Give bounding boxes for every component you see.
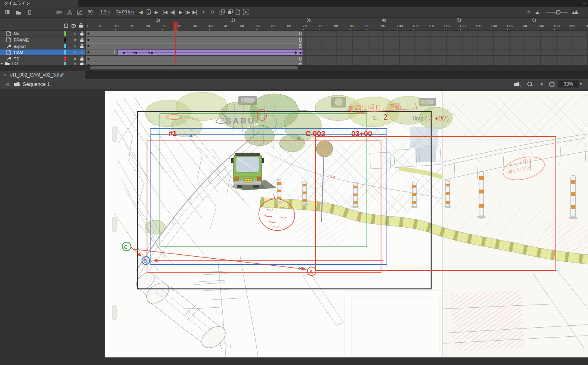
keyframe-dot[interactable]	[87, 39, 89, 41]
marker-range-icon[interactable]	[241, 8, 250, 16]
layer-color-swatch[interactable]	[64, 44, 66, 48]
keyframe-dot[interactable]	[123, 52, 125, 54]
back-arrow-icon[interactable]: ◀	[3, 80, 11, 88]
timeline-ruler[interactable]: 1s2s3s4s5s6s1510152025303540455055606570…	[86, 18, 588, 31]
end-frame-marker[interactable]	[114, 51, 116, 54]
new-layer-button[interactable]	[3, 8, 12, 16]
studio-logo-small: SCIENCE	[227, 113, 245, 115]
frame-span[interactable]	[86, 37, 303, 43]
stage-canvas[interactable]: C B A #1 C 002 03+00 × × × SCIENCE SARU …	[0, 89, 588, 365]
end-frame-marker[interactable]	[299, 32, 301, 35]
scene-name[interactable]: Séquence 1	[23, 81, 50, 87]
frame-span[interactable]	[86, 56, 303, 62]
document-tab[interactable]: × et1_002_CAM_v02_3.fla*	[0, 71, 85, 79]
delete-layer-button[interactable]	[25, 8, 34, 16]
keyframe-dot[interactable]	[299, 52, 301, 54]
center-stage-icon[interactable]: ⌖	[538, 80, 546, 88]
visibility-column-icon[interactable]	[71, 22, 76, 29]
keyframe-dot[interactable]	[135, 52, 137, 54]
frame-span[interactable]	[86, 43, 303, 49]
track-row-frame[interactable]	[86, 37, 588, 43]
timeline-zoom-in-icon[interactable]	[571, 8, 579, 16]
layer-visibility-toggle[interactable]: ×	[71, 37, 78, 43]
new-folder-button[interactable]	[14, 8, 23, 16]
timeline-frames-area[interactable]: 1s2s3s4s5s6s1510152025303540455055606570…	[86, 18, 588, 65]
chevron-down-icon[interactable]: ▾	[580, 81, 582, 86]
keyframe-dot[interactable]	[151, 52, 153, 54]
layer-color-swatch[interactable]	[64, 62, 66, 65]
lock-column-icon[interactable]	[79, 22, 83, 29]
current-frame-value[interactable]: 30	[88, 9, 93, 15]
layer-row-ts[interactable]: TS×	[0, 56, 85, 62]
layer-lock-toggle[interactable]	[78, 31, 85, 36]
close-icon[interactable]: ×	[3, 71, 6, 79]
end-frame-marker[interactable]	[299, 38, 301, 42]
panel-menu-icon[interactable]: ≡	[583, 0, 586, 6]
tab-timeline[interactable]: タイムライン	[0, 0, 78, 7]
timeline-tracks[interactable]	[86, 31, 588, 65]
layer-lock-toggle[interactable]	[78, 62, 85, 65]
frame-span[interactable]	[86, 62, 303, 65]
onion-skin-icon[interactable]	[218, 8, 227, 16]
camera-button[interactable]	[55, 8, 64, 16]
outline-column-icon[interactable]	[64, 22, 68, 29]
track-row-ts[interactable]	[86, 56, 588, 62]
track-row-no[interactable]	[86, 31, 588, 37]
layer-color-swatch[interactable]	[64, 50, 66, 55]
clip-content-icon[interactable]	[548, 80, 556, 88]
frame-span[interactable]	[86, 31, 303, 36]
frame-rate-value[interactable]: 24.00 fps	[116, 9, 134, 15]
motion-tween-span[interactable]	[118, 49, 303, 55]
layer-parenting-button[interactable]	[65, 8, 74, 16]
reset-timeline-zoom-icon[interactable]: ↺	[524, 8, 532, 16]
step-forward-icon[interactable]: ▶	[152, 8, 161, 16]
edit-symbols-icon[interactable]	[526, 80, 534, 88]
loop-range-icon[interactable]	[144, 8, 153, 16]
first-frame-button[interactable]: |◀	[161, 8, 169, 16]
layer-lock-toggle[interactable]	[78, 38, 85, 42]
layer-lock-toggle[interactable]: •	[78, 49, 85, 56]
end-frame-marker[interactable]	[299, 57, 301, 60]
center-frame-icon[interactable]: ⌖	[199, 8, 208, 16]
layer-visibility-toggle[interactable]: ×	[71, 62, 78, 65]
prev-frame-button[interactable]: ◀|	[169, 8, 177, 16]
timeline-zoom-out-icon[interactable]	[533, 8, 542, 16]
elapsed-time-value[interactable]: 1.2 s	[100, 9, 110, 15]
layer-visibility-toggle[interactable]: ×	[71, 43, 78, 49]
onion-skin-outline-icon[interactable]	[226, 8, 234, 16]
track-row-cam[interactable]	[86, 49, 588, 56]
layer-color-swatch[interactable]	[64, 38, 66, 42]
edit-scene-icon[interactable]	[514, 80, 521, 88]
edit-multiple-frames-icon[interactable]	[234, 8, 242, 16]
keyframe-dot[interactable]	[87, 33, 89, 35]
layer-row-frame[interactable]: FRAME×	[0, 37, 85, 43]
stage-zoom-value[interactable]: 33%	[558, 80, 579, 88]
layer-visibility-toggle[interactable]: •	[71, 31, 78, 37]
step-back-icon[interactable]: ◀	[136, 8, 145, 16]
track-row-lo[interactable]	[86, 62, 588, 65]
layer-lock-toggle[interactable]	[78, 44, 85, 48]
layer-row-export[interactable]: export×	[0, 43, 85, 49]
layer-visibility-toggle[interactable]: •	[71, 49, 78, 56]
timeline-scrollbar-thumb[interactable]	[90, 66, 298, 69]
layer-row-cam[interactable]: CAM••	[0, 49, 85, 56]
layer-lock-toggle[interactable]	[78, 57, 85, 61]
last-frame-button[interactable]: ▶|	[191, 8, 199, 16]
document-title: et1_002_CAM_v02_3.fla*	[10, 71, 64, 79]
timeline-zoom-slider[interactable]	[546, 12, 568, 13]
keyframe-dot[interactable]	[87, 51, 89, 53]
track-row-export[interactable]	[86, 43, 588, 49]
end-frame-marker[interactable]	[299, 44, 301, 48]
layer-color-swatch[interactable]	[64, 31, 66, 36]
layer-color-swatch[interactable]	[64, 57, 66, 61]
frame-span[interactable]	[86, 49, 118, 55]
graph-editor-button[interactable]	[75, 8, 84, 16]
loop-playback-icon[interactable]: ↻	[208, 8, 216, 16]
keyframe-dot[interactable]	[87, 45, 89, 47]
keyframe-dot[interactable]	[87, 58, 89, 60]
layer-row-lo[interactable]: ▸LO×	[0, 62, 85, 65]
folder-expand-caret[interactable]: ▸	[0, 62, 4, 65]
timeline-zoom-knob[interactable]	[556, 10, 561, 15]
layer-visibility-toggle[interactable]: ×	[71, 56, 78, 62]
layer-row-no[interactable]: No.•	[0, 31, 85, 37]
